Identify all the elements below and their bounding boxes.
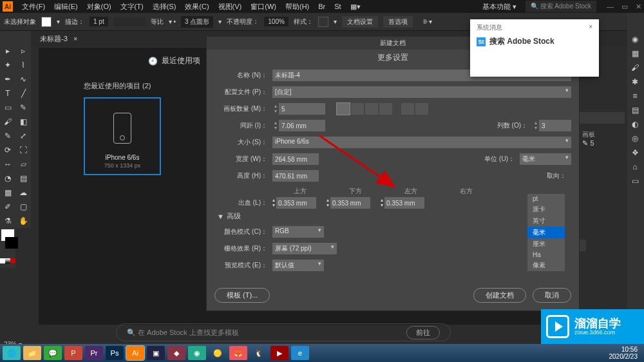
menu-select[interactable]: 选择(S): [149, 1, 180, 13]
profile-select[interactable]: [自定]: [272, 86, 571, 98]
arrange-icon[interactable]: ▦▾: [346, 1, 365, 12]
stock-search-bar[interactable]: 🔍 在 Adobe Stock 上查找更多模板 前往: [116, 323, 451, 341]
panel-gradient[interactable]: ▤: [627, 103, 643, 117]
menu-edit[interactable]: 编辑(E): [50, 1, 82, 13]
brush-preset[interactable]: 3 点圆形: [181, 16, 213, 28]
layout-grid-rl[interactable]: [351, 103, 364, 115]
scale-mode[interactable]: 等比: [151, 17, 164, 26]
unit-opt-cm[interactable]: 厘米: [527, 238, 565, 250]
document-tab[interactable]: 未标题-3 ×: [33, 32, 84, 46]
panel-artboards[interactable]: ▭: [627, 174, 643, 188]
fill-swatch[interactable]: [41, 17, 52, 27]
unit-opt-mm[interactable]: 毫米: [527, 227, 565, 238]
doc-setup-button[interactable]: 文档设置: [342, 16, 378, 28]
bleed-bottom[interactable]: [330, 197, 370, 209]
raster-select[interactable]: 屏幕 (72 ppi): [272, 243, 337, 254]
preset-card-selected[interactable]: iPhone 6/6s 750 x 1334 px: [84, 97, 161, 175]
advanced-section[interactable]: ▼ 高级: [217, 211, 571, 221]
panel-stroke[interactable]: ≡: [627, 89, 643, 103]
menu-effect[interactable]: 效果(C): [181, 1, 213, 13]
hand-tool[interactable]: ✋: [15, 214, 31, 228]
rotate-tool[interactable]: ⟳: [0, 143, 15, 157]
taskbar-clock[interactable]: 10:56 2020/2/23: [609, 346, 642, 360]
shaper-tool[interactable]: ✎: [0, 129, 15, 143]
tb-photoshop[interactable]: Ps: [106, 346, 124, 360]
tb-explorer[interactable]: 📁: [23, 346, 41, 360]
height-input[interactable]: [272, 170, 319, 182]
selection-tool[interactable]: ▸: [0, 44, 15, 58]
blend-tool[interactable]: ⚗: [0, 214, 15, 228]
unit-opt-px[interactable]: 像素: [527, 260, 565, 271]
opacity-value[interactable]: 100%: [264, 17, 289, 26]
rectangle-tool[interactable]: ▭: [0, 100, 15, 115]
cols-input[interactable]: [539, 120, 571, 131]
colormode-select-d[interactable]: RGB: [272, 226, 324, 238]
pen-tool[interactable]: ✒: [0, 72, 15, 86]
symbol-tool[interactable]: ☁: [15, 186, 31, 200]
unit-select[interactable]: 毫米: [520, 153, 571, 165]
menu-view[interactable]: 视图(V): [214, 1, 246, 13]
panel-color[interactable]: ◉: [627, 32, 643, 46]
curvature-tool[interactable]: ∿: [15, 72, 31, 86]
tb-app4[interactable]: ▶: [270, 346, 289, 360]
panel-brushes[interactable]: 🖌: [627, 61, 643, 75]
direct-select-tool[interactable]: ▹: [15, 44, 31, 58]
tb-app2[interactable]: ◆: [167, 346, 185, 360]
paintbrush-tool[interactable]: 🖌: [0, 115, 15, 129]
artboards-input[interactable]: [279, 103, 325, 115]
layout-col[interactable]: [379, 103, 392, 115]
panel-asset[interactable]: ⌂: [627, 160, 643, 174]
size-select[interactable]: iPhone 6/6s: [272, 137, 571, 148]
eraser-tool[interactable]: ◧: [15, 115, 31, 129]
tb-app1[interactable]: ▣: [147, 346, 165, 360]
panel-swatches[interactable]: ▦: [627, 46, 643, 61]
create-button[interactable]: 创建文档: [473, 288, 526, 303]
align-panel-button[interactable]: ⊪▾: [418, 17, 437, 26]
tb-premiere[interactable]: Pr: [85, 346, 103, 360]
search-stock-top[interactable]: 🔍 搜索 Adobe Stock: [526, 1, 596, 12]
unit-opt-ha[interactable]: Ha: [527, 250, 565, 260]
menu-window[interactable]: 窗口(W): [247, 1, 280, 13]
style-swatch[interactable]: [318, 17, 328, 27]
artboard-layout-icons[interactable]: [337, 103, 428, 115]
unit-opt-pica[interactable]: 派卡: [527, 204, 565, 215]
free-transform-tool[interactable]: ⛶: [15, 143, 31, 157]
min-button[interactable]: —: [607, 3, 614, 11]
tb-illustrator[interactable]: Ai: [126, 346, 144, 360]
unit-opt-inch[interactable]: 英寸: [527, 215, 565, 227]
menu-help[interactable]: 帮助(H): [281, 1, 313, 13]
mesh-tool[interactable]: ▦: [0, 186, 15, 200]
tb-ie[interactable]: e: [291, 346, 309, 360]
layout-row-lr[interactable]: [365, 103, 378, 115]
bleed-left[interactable]: [384, 197, 424, 209]
template-button[interactable]: 模板 (T)...: [214, 288, 270, 303]
panel-layers[interactable]: ❖: [627, 146, 643, 160]
menu-object[interactable]: 对象(O): [83, 1, 115, 13]
width-input[interactable]: [272, 153, 319, 165]
layout-dir-right[interactable]: [415, 103, 428, 115]
type-tool[interactable]: T: [0, 86, 15, 100]
close-button[interactable]: ✕: [636, 3, 641, 11]
workspace-switcher[interactable]: 基本功能 ▾: [478, 1, 520, 13]
stock-icon[interactable]: St: [330, 1, 345, 12]
perspective-tool[interactable]: ▱: [15, 157, 31, 171]
panel-symbols[interactable]: ✱: [627, 75, 643, 89]
artboard-tool[interactable]: ▢: [15, 200, 31, 214]
tb-firefox[interactable]: 🦊: [229, 346, 247, 360]
layout-grid-lr[interactable]: [337, 103, 350, 115]
stroke-style[interactable]: [113, 17, 146, 26]
scale-tool[interactable]: ⤢: [15, 129, 31, 143]
gradient-tool[interactable]: ▤: [15, 171, 31, 186]
line-tool[interactable]: ╱: [15, 86, 31, 100]
tb-ppt[interactable]: P: [64, 346, 82, 360]
units-dropdown[interactable]: pt 派卡 英寸 毫米 厘米 Ha 像素: [527, 194, 565, 271]
stock-go-button[interactable]: 前往: [406, 326, 440, 339]
stock-popup-close[interactable]: ×: [589, 23, 592, 32]
panel-appearance[interactable]: ◎: [627, 131, 643, 146]
tb-browser[interactable]: 🌐: [3, 346, 21, 360]
stroke-color[interactable]: [5, 237, 18, 249]
cancel-button[interactable]: 取消: [533, 288, 571, 303]
menu-file[interactable]: 文件(F): [18, 1, 49, 13]
shape-builder-tool[interactable]: ◔: [0, 171, 15, 186]
magic-wand-tool[interactable]: ✦: [0, 58, 15, 72]
